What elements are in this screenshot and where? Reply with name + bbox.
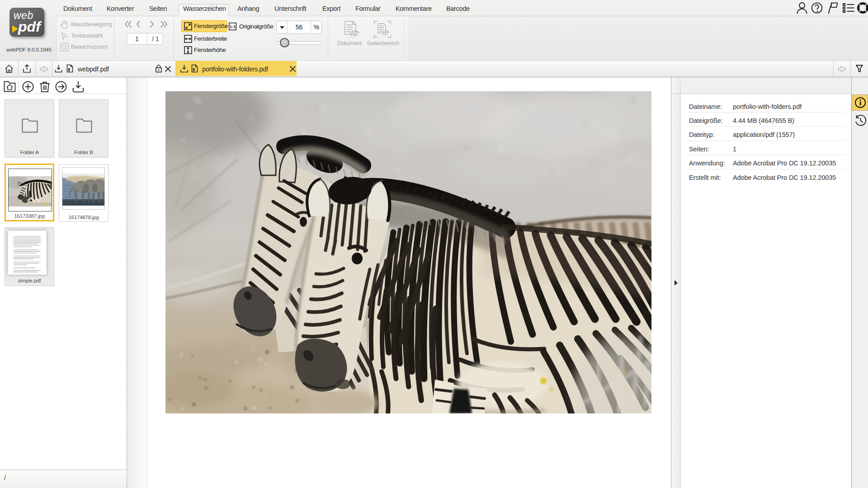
svg-text:1:1: 1:1: [230, 24, 236, 29]
